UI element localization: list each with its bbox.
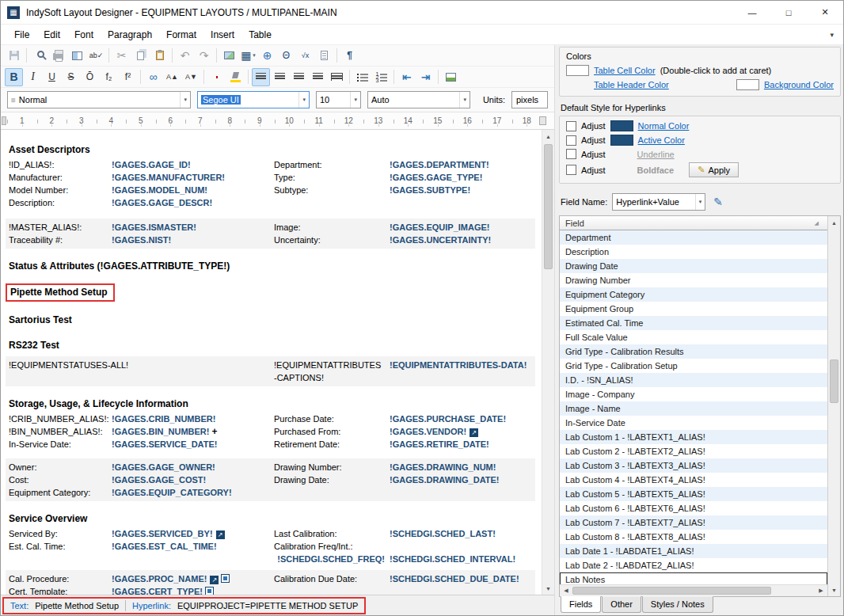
field-list-item[interactable]: Lab Custom 2 - !LABTEXT2_ALIAS! — [560, 444, 827, 458]
scroll-up-arrow-icon[interactable]: ▲ — [542, 130, 554, 143]
undo-button[interactable]: ↶ — [176, 47, 194, 65]
field-list-item[interactable]: Full Scale Value — [560, 330, 827, 344]
save-button[interactable] — [5, 47, 23, 65]
copy-button[interactable] — [131, 47, 150, 65]
edit-pencil-icon[interactable]: ✎ — [713, 196, 723, 208]
normal-color-link[interactable]: Normal Color — [638, 121, 690, 131]
active-color-swatch[interactable] — [610, 135, 633, 146]
field-list-item[interactable]: Lab Notes — [560, 572, 827, 584]
scroll-track[interactable] — [572, 585, 815, 596]
field-token[interactable]: !GAGES.ISMASTER! — [112, 221, 274, 234]
field-token[interactable]: !GAGES.GAGE_DESCR! — [112, 196, 274, 209]
field-token[interactable]: !GAGES.EST_CAL_TIME! — [112, 540, 274, 553]
scroll-thumb[interactable] — [544, 144, 553, 269]
panel-tab[interactable]: Other — [602, 596, 641, 613]
shrink-font-button[interactable]: A▼ — [182, 68, 200, 86]
strikethrough-button[interactable]: S — [62, 68, 80, 86]
justify-button[interactable] — [309, 68, 327, 86]
subscript-button[interactable]: f₂ — [100, 68, 118, 86]
field-list-vscrollbar[interactable]: ▲ ▼ — [827, 216, 840, 596]
field-token[interactable]: !SCHEDGI.SCHED_INTERVAL! — [390, 553, 535, 565]
field-token[interactable]: !GAGES.SUBTYPE! — [390, 184, 535, 196]
field-list-item[interactable]: Drawing Date — [560, 259, 827, 273]
underline-button[interactable]: U — [43, 68, 61, 86]
align-center-button[interactable] — [271, 68, 289, 86]
attribute-link-pipette[interactable]: Pipette Method Setup — [10, 287, 108, 298]
scroll-down-arrow-icon[interactable]: ▼ — [542, 582, 554, 595]
scroll-thumb[interactable] — [830, 359, 838, 403]
adjust-normal-checkbox[interactable] — [566, 121, 576, 131]
field-token[interactable]: !GAGES.GAGE_TYPE! — [390, 171, 535, 184]
redo-button[interactable]: ↷ — [195, 47, 213, 65]
superscript-button[interactable]: f² — [119, 68, 137, 86]
chevron-down-icon[interactable]: ▾ — [180, 92, 187, 108]
adjust-boldface-checkbox[interactable] — [566, 165, 576, 175]
align-left-button[interactable] — [252, 68, 270, 86]
field-list-header[interactable]: Field ◢ — [560, 216, 827, 230]
field-list-item[interactable]: In-Service Date — [560, 416, 827, 430]
table-cell-color-swatch[interactable] — [566, 65, 589, 76]
menu-item[interactable]: Insert — [203, 25, 241, 44]
field-list-item[interactable]: Lab Date 1 - !LABDATE1_ALIAS! — [560, 544, 827, 558]
field-list-item[interactable]: Image - Name — [560, 401, 827, 416]
insert-frame-button[interactable] — [68, 47, 86, 65]
paragraph-style-combobox[interactable]: ≡ Normal ▾ — [7, 91, 191, 108]
menu-item[interactable]: Font — [67, 25, 101, 44]
field-token[interactable]: !GAGES.VENDOR! — [390, 427, 466, 436]
field-list-item[interactable]: Drawing Number — [560, 273, 827, 287]
font-color-button[interactable] — [207, 68, 226, 86]
field-list-item[interactable]: Lab Custom 1 - !LABTEXT1_ALIAS! — [560, 430, 827, 444]
document-canvas[interactable]: Asset Descriptors !ID_ALIAS!:!GAGES.GAGE… — [1, 130, 542, 595]
highlight-button[interactable] — [226, 68, 245, 86]
normal-color-swatch[interactable] — [610, 120, 633, 131]
field-token[interactable]: !GAGES.NIST! — [112, 234, 274, 246]
field-name-combobox[interactable]: Hyperlink+Value ▾ — [612, 193, 705, 211]
field-token[interactable]: !GAGES.GAGE_COST! — [112, 473, 274, 486]
field-list-item[interactable]: Description — [560, 245, 827, 259]
field-token[interactable]: !GAGES.DEPARTMENT! — [390, 158, 535, 171]
menu-item[interactable]: Table — [241, 25, 279, 44]
maximize-button[interactable]: □ — [770, 1, 807, 24]
insert-image-button[interactable] — [220, 47, 238, 65]
field-list-item[interactable]: Equipment Category — [560, 287, 827, 302]
field-list-item[interactable]: Lab Date 2 - !LABDATE2_ALIAS! — [560, 558, 827, 572]
scroll-track[interactable] — [542, 143, 554, 582]
print-preview-button[interactable] — [30, 47, 48, 65]
field-list-hscrollbar[interactable]: ◀ ▶ — [560, 584, 827, 596]
increase-indent-button[interactable]: ⇥ — [416, 68, 435, 86]
field-list-item[interactable]: Estimated Cal. Time — [560, 316, 827, 330]
scroll-thumb[interactable] — [572, 587, 771, 595]
background-color-swatch[interactable] — [736, 79, 759, 90]
menu-item[interactable]: Format — [159, 25, 203, 44]
bold-button[interactable]: B — [5, 68, 23, 86]
decrease-indent-button[interactable]: ⇤ — [397, 68, 416, 86]
field-token[interactable]: !GAGES.DRAWING_DATE! — [390, 473, 535, 486]
field-list-item[interactable]: Lab Custom 4 - !LABTEXT4_ALIAS! — [560, 473, 827, 487]
field-token[interactable]: !GAGES.MODEL_NUM! — [112, 184, 274, 196]
scroll-up-arrow-icon[interactable]: ▲ — [828, 216, 840, 229]
close-button[interactable]: ✕ — [807, 1, 843, 24]
panel-tab[interactable]: Styles / Notes — [642, 596, 713, 613]
table-cell-color-link[interactable]: Table Cell Color — [594, 66, 656, 75]
add-icon[interactable]: + — [211, 426, 217, 437]
toolbar-overflow-icon[interactable]: ▾ — [820, 31, 843, 39]
numbered-list-button[interactable] — [372, 68, 390, 86]
external-link-icon[interactable]: ↗ — [210, 576, 219, 584]
units-value-box[interactable]: pixels — [511, 91, 548, 108]
field-list-item[interactable]: Lab Custom 7 - !LABTEXT7_ALIAS! — [560, 515, 827, 530]
grow-font-button[interactable]: A▲ — [163, 68, 181, 86]
document-vscrollbar[interactable]: ▲ ▼ — [542, 130, 554, 595]
table-header-color-link[interactable]: Table Header Color — [594, 80, 669, 89]
external-link-icon[interactable]: ↗ — [470, 428, 478, 437]
attribute-link-rs232[interactable]: RS232 Test — [9, 340, 535, 351]
insert-hyperlink-button[interactable]: ⊕ — [258, 47, 276, 65]
field-token[interactable]: !EQUIPMENTSTATUSES-ALL! — [9, 359, 274, 371]
menu-item[interactable]: Edit — [36, 25, 67, 44]
align-right-button[interactable] — [290, 68, 308, 86]
paste-button[interactable] — [150, 47, 169, 65]
external-link-icon[interactable]: ↗ — [216, 530, 225, 539]
field-token[interactable]: !GAGES.PURCHASE_DATE! — [390, 413, 535, 425]
scroll-left-arrow-icon[interactable]: ◀ — [560, 587, 572, 594]
field-token[interactable]: !EQUIPMENTATTRIBUTES-CAPTIONS! — [274, 359, 390, 384]
italic-button[interactable]: I — [24, 68, 42, 86]
